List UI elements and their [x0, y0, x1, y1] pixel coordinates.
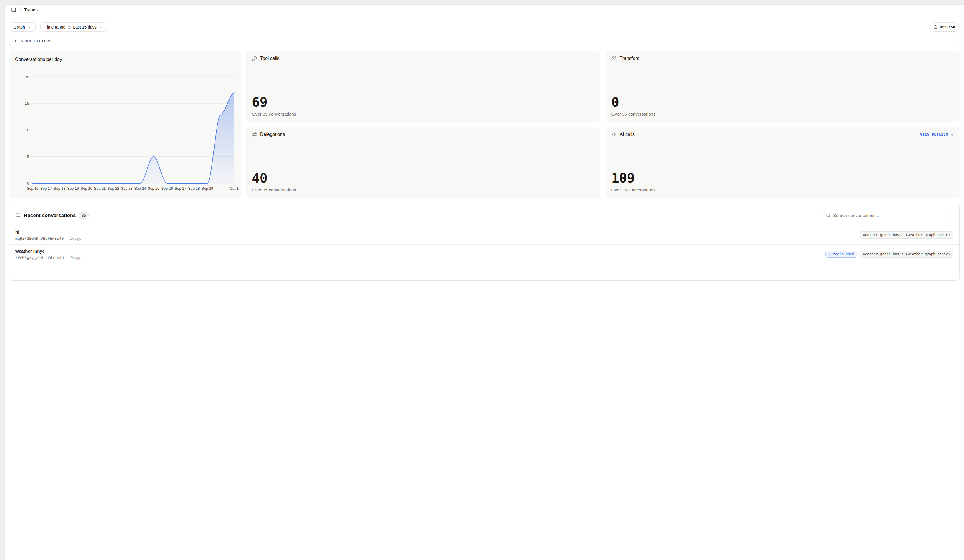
stat-subtext: Over 35 conversations — [252, 187, 482, 192]
svg-text:Sep 20: Sep 20 — [81, 187, 93, 191]
svg-text:15: 15 — [25, 101, 29, 106]
svg-text:Sep 29: Sep 29 — [202, 187, 213, 191]
sidebar-toggle-button[interactable] — [11, 7, 17, 13]
message-square-icon — [15, 213, 21, 218]
conversations-chart-card: Conversations per day 05101520Sep 16Sep … — [9, 51, 241, 198]
recent-conversations-header: Recent conversations 35 — [10, 205, 482, 226]
metrics-grid: Conversations per day 05101520Sep 16Sep … — [9, 51, 482, 198]
svg-text:Sep 26: Sep 26 — [161, 187, 173, 191]
conversation-id: ZVeWXgZy_Z6WltVd73s3G — [15, 255, 64, 260]
app-frame: Traces Graph Time range is Last 15 days … — [5, 5, 482, 280]
conversation-id: mqHZP2EGh9h9BpFEwEs40 — [15, 236, 64, 240]
conversation-title: hi — [15, 229, 81, 234]
recent-conversations-card: Recent conversations 35 hi mqHZP2EGh9h9B… — [9, 204, 482, 280]
time-range-value: Last 15 days — [73, 25, 96, 29]
meta-separator: · — [66, 236, 67, 240]
svg-text:0: 0 — [27, 182, 29, 186]
svg-text:Sep 23: Sep 23 — [121, 187, 133, 191]
conversation-title: weather innyc — [15, 248, 81, 253]
panel-left-icon — [11, 7, 16, 12]
page-title: Traces — [24, 7, 37, 12]
svg-text:10: 10 — [25, 128, 29, 132]
svg-text:Sep 28: Sep 28 — [188, 187, 200, 191]
conversation-time: 1h ago — [70, 236, 81, 240]
stat-header: Delegations — [252, 132, 482, 137]
stat-label: Delegations — [260, 132, 285, 137]
chevron-right-icon — [13, 39, 17, 43]
svg-text:20: 20 — [25, 75, 29, 79]
svg-text:Sep 22: Sep 22 — [107, 187, 119, 191]
stat-subtext: Over 35 conversations — [252, 112, 482, 117]
svg-text:Sep 27: Sep 27 — [175, 187, 187, 191]
stat-value: 69 — [252, 96, 482, 109]
svg-text:Sep 21: Sep 21 — [94, 187, 106, 191]
wrench-icon — [252, 56, 257, 61]
time-range-field: Time range — [45, 25, 65, 29]
conversations-per-day-chart: 05101520Sep 16Sep 17Sep 18Sep 19Sep 20Se… — [9, 51, 241, 198]
stat-card-tool-calls: Tool calls 69 Over 35 conversations — [246, 51, 482, 122]
conversation-row[interactable]: weather innyc ZVeWXgZy_Z6WltVd73s3G · 2h… — [10, 245, 482, 264]
stat-value: 40 — [252, 172, 482, 185]
chevron-down-icon — [28, 25, 31, 29]
top-header: Traces — [5, 5, 482, 15]
stat-label: Tool calls — [260, 56, 280, 61]
recent-conversations-title: Recent conversations — [24, 213, 76, 219]
time-range-operator: is — [68, 25, 71, 29]
chevron-down-icon — [99, 25, 103, 29]
svg-text:Sep 18: Sep 18 — [54, 187, 66, 191]
graph-dropdown[interactable]: Graph — [9, 22, 36, 32]
filters-toolbar: Graph Time range is Last 15 days REFRESH — [5, 15, 482, 32]
conversation-row[interactable]: hi mqHZP2EGh9h9BpFEwEs40 · 1h ago Weathe… — [10, 226, 482, 245]
svg-text:Sep 17: Sep 17 — [40, 187, 52, 191]
arrows-right-left-icon — [252, 132, 257, 137]
time-range-filter[interactable]: Time range is Last 15 days — [40, 22, 107, 32]
span-filters-label: SPAN FILTERS — [21, 39, 52, 43]
span-filters-toggle[interactable]: SPAN FILTERS — [9, 36, 482, 46]
header-divider — [20, 7, 21, 12]
svg-text:Sep 25: Sep 25 — [148, 187, 160, 191]
svg-text:Sep 16: Sep 16 — [27, 187, 39, 191]
svg-text:Sep 24: Sep 24 — [135, 187, 146, 191]
svg-text:Sep 19: Sep 19 — [67, 187, 79, 191]
conversation-count-badge: 35 — [79, 213, 89, 219]
stat-header: Tool calls — [252, 56, 482, 61]
stat-card-delegations: Delegations 40 Over 35 conversations — [246, 127, 482, 198]
svg-text:5: 5 — [27, 155, 29, 159]
conversation-time: 2h ago — [70, 255, 81, 260]
graph-dropdown-label: Graph — [13, 25, 25, 29]
svg-text:Oct 1: Oct 1 — [230, 187, 239, 191]
meta-separator: · — [66, 255, 67, 260]
